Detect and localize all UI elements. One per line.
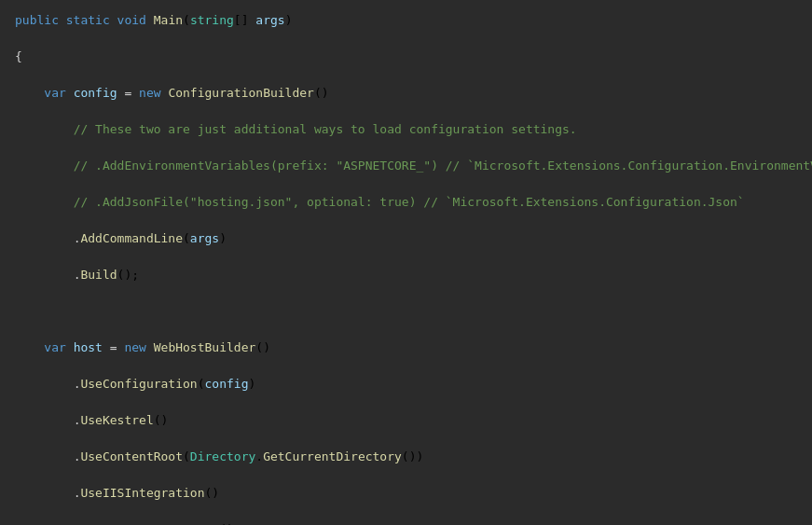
- code-line-3: var config = new ConfigurationBuilder(): [15, 84, 797, 103]
- code-line-blank1: [15, 302, 797, 321]
- code-line-5: // .AddEnvironmentVariables(prefix: "ASP…: [15, 157, 797, 175]
- code-line-12: .UseContentRoot(Directory.GetCurrentDire…: [15, 448, 797, 466]
- code-line-6: // .AddJsonFile("hosting.json", optional…: [15, 193, 797, 212]
- code-line-1: public static void Main(string[] args): [15, 11, 797, 30]
- code-line-8: .Build();: [15, 266, 797, 284]
- code-block: public static void Main(string[] args) {…: [0, 0, 812, 525]
- code-line-4: // These two are just additional ways to…: [15, 120, 797, 139]
- code-line-7: .AddCommandLine(args): [15, 229, 797, 248]
- code-line-11: .UseKestrel(): [15, 411, 797, 430]
- code-line-14: .UseStartup<Startup>(): [15, 520, 797, 525]
- code-line-9: var host = new WebHostBuilder(): [15, 338, 797, 357]
- code-line-2: {: [15, 48, 797, 66]
- code-line-13: .UseIISIntegration(): [15, 484, 797, 503]
- code-line-10: .UseConfiguration(config): [15, 375, 797, 394]
